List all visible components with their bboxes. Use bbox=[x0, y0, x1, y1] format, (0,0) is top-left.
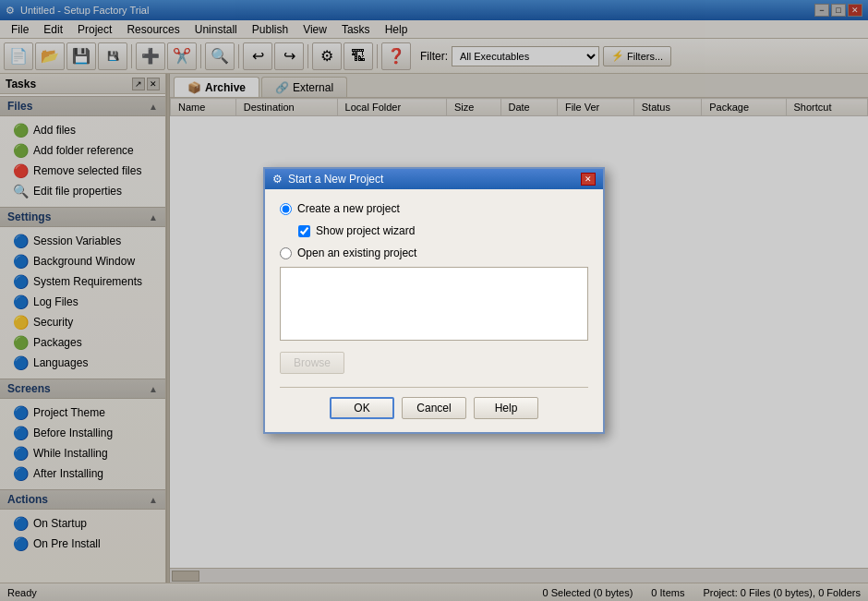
new-project-dialog: ⚙ Start a New Project ✕ Create a new pro… bbox=[263, 167, 605, 434]
modal-title: ⚙ Start a New Project bbox=[272, 173, 383, 186]
recent-files-list[interactable] bbox=[280, 267, 588, 341]
show-wizard-checkbox[interactable] bbox=[298, 225, 310, 237]
create-new-label: Create a new project bbox=[297, 202, 400, 215]
modal-overlay: ⚙ Start a New Project ✕ Create a new pro… bbox=[0, 0, 868, 601]
cancel-button[interactable]: Cancel bbox=[402, 397, 466, 419]
browse-label: Browse bbox=[294, 356, 331, 369]
modal-title-bar: ⚙ Start a New Project ✕ bbox=[265, 169, 603, 189]
modal-title-label: Start a New Project bbox=[288, 173, 383, 186]
create-new-radio[interactable] bbox=[280, 203, 292, 215]
browse-button[interactable]: Browse bbox=[280, 352, 344, 374]
open-existing-radio[interactable] bbox=[280, 247, 292, 259]
modal-buttons: OK Cancel Help bbox=[280, 387, 588, 419]
help-dialog-button[interactable]: Help bbox=[474, 397, 538, 419]
modal-title-icon: ⚙ bbox=[272, 173, 283, 186]
project-type-radio-group: Create a new project bbox=[280, 202, 588, 215]
create-new-option[interactable]: Create a new project bbox=[280, 202, 588, 215]
modal-body: Create a new project Show project wizard… bbox=[265, 189, 603, 432]
ok-button[interactable]: OK bbox=[330, 397, 394, 419]
open-existing-option[interactable]: Open an existing project bbox=[280, 246, 588, 259]
open-existing-label: Open an existing project bbox=[297, 246, 416, 259]
show-wizard-label: Show project wizard bbox=[316, 224, 415, 237]
modal-close-button[interactable]: ✕ bbox=[581, 173, 596, 186]
show-wizard-option[interactable]: Show project wizard bbox=[298, 224, 588, 237]
